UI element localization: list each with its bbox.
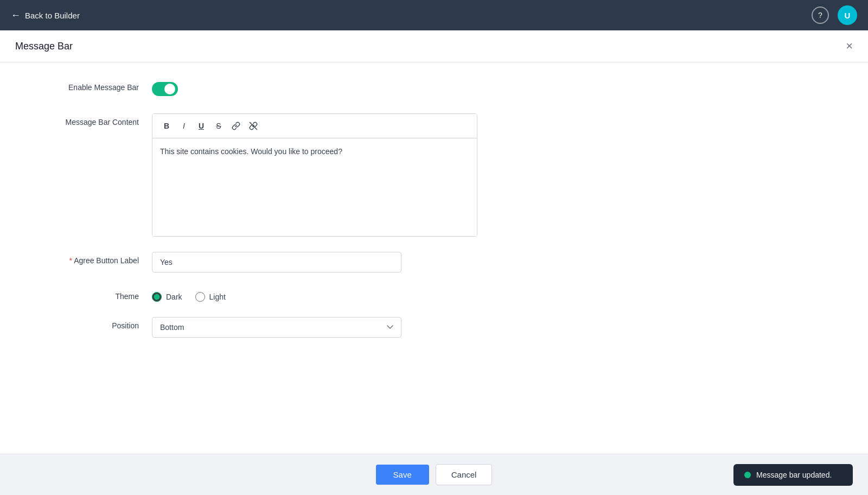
cancel-button[interactable]: Cancel — [436, 464, 493, 485]
modal-header: Message Bar × — [0, 30, 868, 62]
agree-input[interactable] — [152, 252, 401, 272]
help-button[interactable]: ? — [812, 7, 829, 24]
theme-dark-label: Dark — [166, 293, 182, 301]
enable-message-bar-row: Enable Message Bar — [33, 79, 835, 98]
back-to-builder-button[interactable]: ← Back to Builder — [11, 10, 80, 21]
agree-button-row: Agree Button Label — [33, 252, 835, 272]
content-area: Enable Message Bar Message Bar Content B… — [0, 62, 868, 454]
editor-toolbar: B I U S — [152, 114, 477, 138]
theme-light-radio[interactable] — [195, 292, 205, 302]
position-select[interactable]: Top Bottom — [152, 317, 401, 338]
nav-right: ? U — [812, 5, 857, 25]
underline-button[interactable]: U — [194, 118, 209, 134]
editor-wrapper: B I U S This site contains cookies. Woul… — [152, 113, 477, 237]
back-button-label: Back to Builder — [25, 11, 80, 20]
agree-input-wrapper — [152, 252, 477, 272]
editor-container: B I U S This site contains cookies. Woul… — [152, 113, 477, 237]
footer: Save Cancel Message bar updated. — [0, 454, 868, 495]
toast-notification: Message bar updated. — [733, 464, 853, 486]
italic-button[interactable]: I — [176, 118, 192, 134]
theme-row: Theme Dark Light — [33, 288, 835, 302]
theme-light-option[interactable]: Light — [195, 292, 226, 302]
save-button[interactable]: Save — [376, 465, 429, 485]
bold-button[interactable]: B — [159, 118, 174, 134]
content-label: Message Bar Content — [33, 113, 152, 126]
theme-label: Theme — [33, 288, 152, 301]
close-button[interactable]: × — [846, 40, 853, 52]
avatar[interactable]: U — [838, 5, 857, 25]
toggle-slider — [152, 82, 178, 96]
modal-title: Message Bar — [15, 41, 73, 52]
theme-dark-radio[interactable] — [152, 292, 162, 302]
link-button[interactable] — [228, 118, 244, 134]
theme-dark-option[interactable]: Dark — [152, 292, 182, 302]
theme-options: Dark Light — [152, 288, 477, 302]
editor-content[interactable]: This site contains cookies. Would you li… — [152, 138, 477, 236]
main-container: Message Bar × Enable Message Bar Message… — [0, 30, 868, 495]
toast-message: Message bar updated. — [756, 471, 832, 479]
position-row: Position Top Bottom — [33, 317, 835, 338]
enable-label: Enable Message Bar — [33, 79, 152, 92]
position-label: Position — [33, 317, 152, 330]
strikethrough-button[interactable]: S — [211, 118, 226, 134]
back-arrow-icon: ← — [11, 10, 21, 21]
enable-toggle-wrapper — [152, 79, 477, 98]
radio-group: Dark Light — [152, 288, 477, 302]
position-select-wrapper: Top Bottom — [152, 317, 477, 338]
unlink-button[interactable] — [246, 118, 261, 134]
agree-label: Agree Button Label — [33, 252, 152, 265]
toast-dot-icon — [744, 472, 751, 478]
enable-toggle[interactable] — [152, 82, 178, 96]
theme-light-label: Light — [209, 293, 226, 301]
top-nav: ← Back to Builder ? U — [0, 0, 868, 30]
content-row: Message Bar Content B I U S — [33, 113, 835, 237]
